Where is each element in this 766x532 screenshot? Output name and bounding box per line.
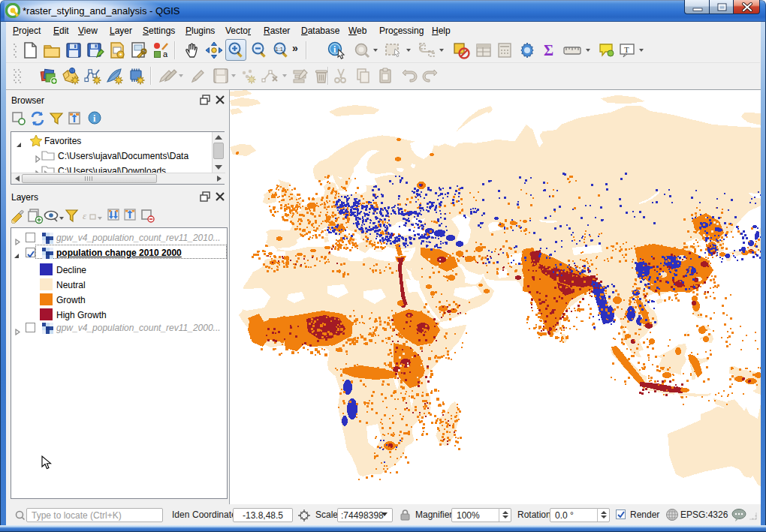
svg-text:1:1: 1:1 [276, 46, 283, 53]
svg-text:a: a [163, 50, 168, 59]
svg-text:Σ: Σ [544, 42, 553, 59]
svg-text:ε: ε [83, 210, 87, 221]
svg-text:T: T [624, 45, 629, 54]
